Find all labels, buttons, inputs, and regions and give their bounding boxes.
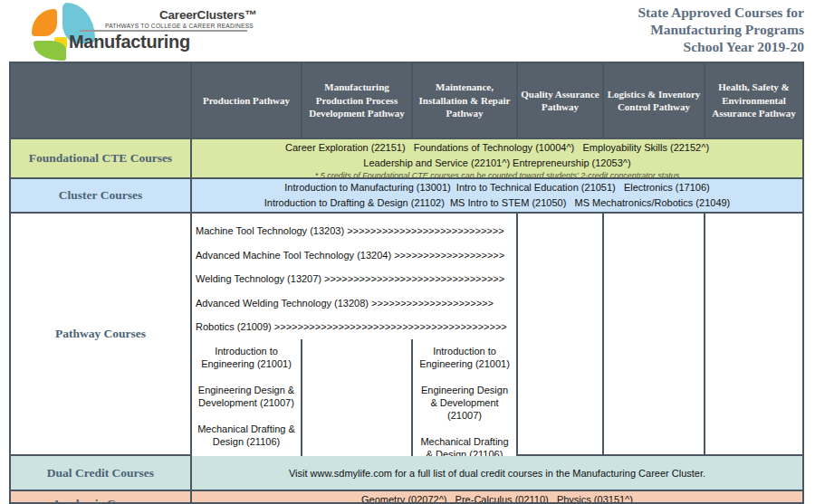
col-header-quality: Quality Assurance Pathway <box>518 63 602 138</box>
academic-courses-cell: Geometry (02072^) Pre-Calculus (02110) P… <box>192 491 802 504</box>
foundational-line-2: Leadership and Service (22101^) Entrepre… <box>192 155 802 170</box>
row-label-cluster: Cluster Courses <box>11 179 190 212</box>
dual-credit-text: Visit www.sdmylife.com for a full list o… <box>289 465 705 480</box>
logo-petal-orange-icon <box>32 9 57 36</box>
foundational-line-1: Career Exploration (22151) Foundations o… <box>192 139 802 155</box>
cluster-courses-cell: Introduction to Manufacturing (13001) In… <box>192 179 802 212</box>
logistics-empty-cell <box>604 214 704 454</box>
pathway-merged-cell: Machine Tool Technology (13203) >>>>>>>>… <box>192 214 516 454</box>
dual-credit-cell: Visit www.sdmylife.com for a full list o… <box>192 456 802 490</box>
logo-brand-text: CareerClusters™ <box>159 8 256 22</box>
course-item: Introduction to Engineering (21001) <box>413 345 516 370</box>
row-label-pathway: Pathway Courses <box>11 214 190 454</box>
course-sheet: CareerClusters™ PATHWAYS TO COLLEGE & CA… <box>0 0 815 504</box>
cluster-line-2: Introduction to Drafting & Design (21102… <box>192 195 802 210</box>
pathway-course-line: Advanced Welding Technology (13208) >>>>… <box>196 291 516 316</box>
course-item: Mechanical Drafting & Design (21106) <box>192 423 301 448</box>
academic-line-1: Geometry (02072^) Pre-Calculus (02110) P… <box>192 491 802 504</box>
logo-cluster-name: Manufacturing <box>69 32 190 52</box>
production-courses-cell: Introduction to Engineering (21001) Engi… <box>192 339 301 461</box>
page-title: State Approved Courses for Manufacturing… <box>638 4 804 55</box>
col-header-logistics: Logistics & Inventory Control Pathway <box>604 63 704 138</box>
pathway-course-line: Robotics (21009) >>>>>>>>>>>>>>>>>>>>>>>… <box>196 315 516 339</box>
top-banner: CareerClusters™ PATHWAYS TO COLLEGE & CA… <box>0 0 815 62</box>
col-header-maintenance: Maintenance, Installation & Repair Pathw… <box>413 63 516 138</box>
course-item: Engineering Design & Development (21007) <box>413 384 516 422</box>
title-line-2: Manufacturing Programs <box>638 21 804 38</box>
maintenance-courses-cell: Introduction to Engineering (21001) Engi… <box>413 339 516 461</box>
pathway-spanning-courses: Machine Tool Technology (13203) >>>>>>>>… <box>192 214 516 339</box>
health-safety-empty-cell <box>705 214 802 454</box>
pathway-course-line: Machine Tool Technology (13203) >>>>>>>>… <box>196 219 516 243</box>
col-header-mfg-production-process: Manufacturing Production Process Develop… <box>302 63 411 138</box>
title-line-1: State Approved Courses for <box>638 4 804 21</box>
row-label-academic: Academic Courses <box>11 491 190 504</box>
mfg-production-process-empty-cell <box>302 339 411 461</box>
course-item: Introduction to Engineering (21001) <box>192 345 301 370</box>
course-table: Production Pathway Manufacturing Product… <box>9 62 804 504</box>
pathway-course-line: Welding Technology (13207) >>>>>>>>>>>>>… <box>196 267 516 291</box>
cluster-line-1: Introduction to Manufacturing (13001) In… <box>192 179 802 195</box>
row-label-foundational: Foundational CTE Courses <box>11 139 190 177</box>
logo-petal-green-icon <box>34 41 66 61</box>
header-corner-cell <box>11 63 190 138</box>
logo-tagline-text: PATHWAYS TO COLLEGE & CAREER READINESS <box>105 23 254 29</box>
foundational-courses-cell: Career Exploration (22151) Foundations o… <box>192 139 802 177</box>
col-header-production: Production Pathway <box>192 63 301 138</box>
pathway-course-line: Advanced Machine Tool Technology (13204)… <box>196 243 516 268</box>
pathway-subgrid: Introduction to Engineering (21001) Engi… <box>192 339 516 461</box>
quality-empty-cell <box>518 214 602 454</box>
title-line-3: School Year 2019-20 <box>638 38 804 55</box>
row-label-dual-credit: Dual Credit Courses <box>11 456 190 490</box>
col-header-health-safety: Health, Safety & Environmental Assurance… <box>705 63 802 138</box>
course-item: Engineering Design & Development (21007) <box>192 384 301 409</box>
